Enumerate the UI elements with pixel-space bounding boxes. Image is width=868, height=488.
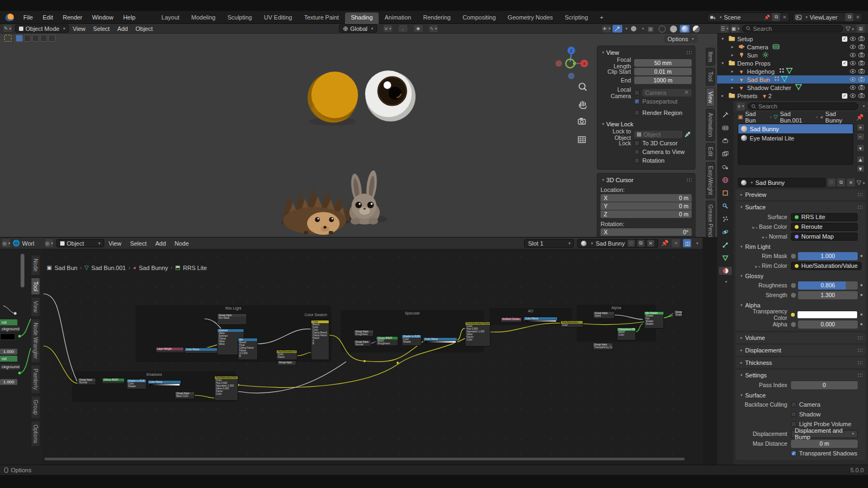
workspace-tab--[interactable]: + (594, 12, 609, 24)
shader-node-canvas[interactable]: ▣Sad Bun› ▽Sad Bun.001› ◕Sad Bunny› ⬒RRS… (42, 249, 703, 462)
keyframe-dot-icon[interactable] (860, 294, 863, 296)
navigation-gizmo[interactable]: Z X (554, 46, 590, 81)
expand-caret-icon[interactable]: ▾ (722, 36, 728, 41)
exclude-checkbox-icon[interactable]: ✓ (842, 61, 847, 66)
socket-icon[interactable] (791, 313, 795, 317)
camera-visibility-icon[interactable] (858, 93, 865, 99)
sidebar-tab-easyweight[interactable]: EasyWeight (706, 162, 715, 198)
shader-node-color[interactable]: ColorResultColorColorClamp ResultClamp F… (311, 320, 329, 360)
menu-window[interactable]: Window (87, 11, 118, 24)
shader-node-shader-to-rgb[interactable]: Shader to RGBColorShader (126, 379, 146, 389)
scrollbar[interactable] (44, 458, 685, 460)
world-sidebar-tab-node[interactable]: Node (31, 255, 40, 275)
expand-caret-icon[interactable]: ▸ (731, 44, 738, 49)
editor-type-icon[interactable]: ✎▾ (3, 25, 12, 32)
outliner-item-sad-bun[interactable]: ▸▼Sad Bun (717, 75, 868, 84)
new-scene-icon[interactable]: ⧉ (772, 13, 780, 21)
surface-node-field[interactable]: RRS Lite (791, 213, 858, 221)
workspace-tab-rendering[interactable]: Rendering (417, 12, 457, 24)
shader-node-group-input[interactable]: Group InputRim Mask (217, 313, 247, 325)
alpha-field[interactable]: 0.000 (798, 320, 858, 329)
normal-node-field[interactable]: Normal Map (791, 233, 858, 241)
proportional-edit-icon[interactable]: ◉ (414, 25, 423, 32)
viewlayer-selector[interactable]: ▾ ViewLayer ⧉ ✕ (793, 12, 863, 22)
fake-user-icon[interactable]: ♡ (628, 240, 635, 247)
camera-visibility-icon[interactable] (858, 36, 865, 42)
local-camera-field[interactable]: Camera✕ (642, 89, 692, 97)
keyframe-dot-icon[interactable] (860, 284, 863, 286)
workspace-tab-shading[interactable]: Shading (345, 12, 379, 24)
backface-lpv-checkbox[interactable] (791, 421, 796, 427)
exclude-checkbox-icon[interactable]: ✓ (842, 36, 847, 42)
overlays-dropdown-icon[interactable]: ▾ (642, 27, 644, 31)
unlink-material-icon[interactable]: ✕ (847, 178, 855, 187)
viewport-nav-buttons[interactable] (576, 81, 589, 163)
properties-tab-scene[interactable] (719, 163, 732, 171)
strength-field[interactable]: 1.300 (798, 291, 858, 299)
snap-node-icon[interactable]: ⌗ (672, 239, 680, 247)
shader-node-ambient-occlus-[interactable]: Ambient Occlus. (501, 317, 522, 323)
shader-node-group-output[interactable]: Group OutputShader (674, 310, 682, 317)
shader-node-group-input[interactable]: Group InputRoughness (354, 330, 374, 337)
menu-file[interactable]: File (18, 11, 38, 24)
outliner-item-setup[interactable]: ▾Setup✓ (717, 35, 868, 43)
cursor-z-field[interactable]: Z0 m (601, 210, 692, 218)
world-sidebar-tab-node-wrangler[interactable]: Node Wrangler (31, 319, 40, 363)
shading-rendered-icon[interactable] (691, 25, 701, 33)
shader-menu-node[interactable]: Node (170, 237, 193, 249)
pin-icon[interactable]: 📌 (764, 15, 770, 20)
expand-caret-icon[interactable]: ▸ (731, 77, 738, 82)
shader-node-group-input[interactable]: Group InputNormal (78, 378, 96, 385)
breadcrumb-object[interactable]: Sad Bun (745, 111, 768, 124)
menu-help[interactable]: Help (118, 11, 141, 24)
workspace-tab-animation[interactable]: Animation (379, 12, 417, 24)
new-collection-icon[interactable]: ⊞ (857, 24, 865, 33)
shader-node-color-ramp[interactable]: Color Ramp (148, 380, 181, 386)
transparency-color-swatch[interactable] (797, 311, 858, 319)
eyedropper-icon[interactable]: 💉 (684, 131, 692, 138)
eye-visibility-icon[interactable] (850, 52, 856, 59)
add-slot-button[interactable]: + (857, 124, 865, 131)
chevron-down-icon[interactable]: ▾ (725, 280, 727, 284)
properties-tab-view-layer[interactable] (719, 150, 732, 158)
unlink-material-icon[interactable]: ✕ (647, 240, 654, 247)
passepartout-checkbox[interactable]: ✓ (634, 99, 640, 104)
viewport-menu-view[interactable]: View (69, 24, 90, 34)
transform-orientation[interactable]: Global ▾ (339, 24, 377, 33)
properties-tab-material[interactable] (719, 267, 732, 275)
shading-solid-icon[interactable] (668, 25, 678, 33)
camera-visibility-icon[interactable] (858, 60, 865, 67)
breadcrumb-material[interactable]: Sad Bunny (139, 265, 168, 271)
preview-section[interactable]: ▸Preview (736, 189, 866, 200)
breadcrumb-object[interactable]: Sad Bun (54, 265, 77, 271)
workspace-tab-uv-editing[interactable]: UV Editing (258, 12, 298, 24)
outliner-item-sun[interactable]: ▸Sun (717, 51, 868, 59)
material-datablock-field[interactable]: ▾ Sad Bunny (738, 178, 826, 187)
unlink-socket-icon[interactable] (791, 322, 796, 327)
cursor-rx-field[interactable]: X0° (601, 228, 692, 236)
shader-node-mix-shader[interactable]: Mix ShaderShaderFacShaderShader (644, 311, 664, 329)
breadcrumb-mesh[interactable]: Sad Bun.001 (780, 111, 814, 124)
chevron-down-icon[interactable]: ▾ (696, 241, 698, 246)
world-sidebar-tab-options[interactable]: Options (31, 421, 40, 447)
roughness-slider[interactable]: 0.806 (798, 281, 858, 290)
outliner-item-presets[interactable]: ▸Presets▼2✓ (717, 92, 868, 100)
workspace-tab-texture-paint[interactable]: Texture Paint (298, 12, 344, 24)
outliner-item-shadow-catcher[interactable]: ▸▼Shadow Catcher (717, 84, 868, 92)
shader-node-hue-saturation[interactable]: Hue/SaturationColor (560, 320, 583, 328)
shading-wireframe-icon[interactable] (657, 25, 667, 33)
expand-caret-icon[interactable]: ▸ (731, 69, 738, 74)
focal-length-field[interactable]: 50 mm (634, 59, 692, 67)
unlink-socket-icon[interactable] (791, 254, 796, 259)
surface-section-header[interactable]: ▾Surface (739, 203, 863, 211)
breadcrumb-material[interactable]: Sad Bunny (825, 111, 854, 124)
keyframe-dot-icon[interactable] (860, 255, 863, 257)
shader-node-hue-saturation-v[interactable]: Hue/Saturation/VColorFactor (276, 350, 297, 360)
shader-node-mix[interactable]: MixResultFloatClamp FactorFactorA 0.000B (238, 338, 258, 360)
menu-edit[interactable]: Edit (38, 11, 58, 24)
rim-light-subpanel[interactable]: ▾Rim Light (739, 242, 863, 251)
expand-caret-icon[interactable]: ▸ (731, 85, 738, 90)
settings-surface-subpanel[interactable]: ▾Surface (739, 391, 863, 399)
shader-node-color-ramp[interactable]: Color Ramp (423, 337, 457, 343)
menu-render[interactable]: Render (58, 11, 87, 24)
